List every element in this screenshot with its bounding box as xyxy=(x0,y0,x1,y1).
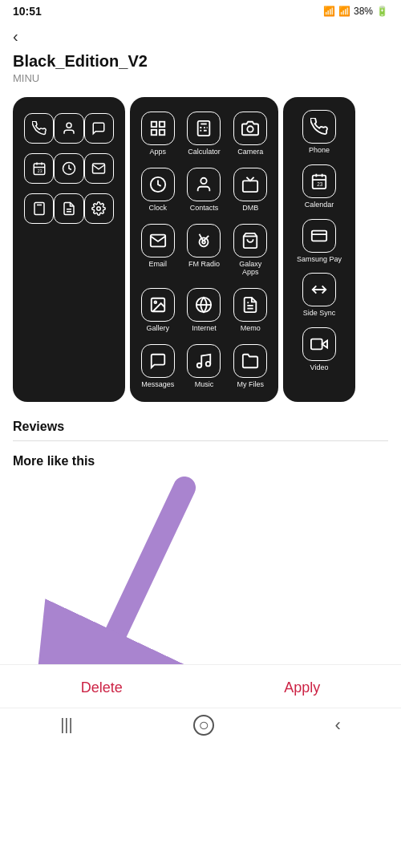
delete-button[interactable]: Delete xyxy=(55,676,148,700)
nav-home-icon[interactable]: ○ xyxy=(193,715,214,736)
battery-text: 38% xyxy=(354,6,373,17)
app-item-memo: Memo xyxy=(229,283,272,336)
app-item-music: Music xyxy=(183,339,226,392)
svg-rect-55 xyxy=(311,339,322,350)
app-icon-calculator xyxy=(187,112,221,145)
app-icon-apps xyxy=(141,112,175,145)
back-button[interactable]: ‹ xyxy=(13,27,18,46)
svg-line-57 xyxy=(116,488,184,632)
svg-point-0 xyxy=(67,123,71,128)
app-item-dmb: DMB xyxy=(229,163,272,216)
arrow-area xyxy=(0,472,401,664)
app-icon-galaxyapps xyxy=(233,224,267,258)
app-label-sidesync: Side Sync xyxy=(303,309,336,318)
nav-back-icon[interactable]: ‹ xyxy=(334,715,340,736)
app-label-dmb: DMB xyxy=(242,204,258,213)
svg-text:23: 23 xyxy=(317,181,323,187)
app-icon-contacts xyxy=(187,168,221,201)
app-icon-calendar-r: 23 xyxy=(302,164,336,198)
svg-rect-19 xyxy=(160,122,164,127)
svg-marker-54 xyxy=(322,341,327,348)
app-icon-messages xyxy=(141,344,175,378)
app-icon-internet xyxy=(187,288,221,322)
app-label-camera: Camera xyxy=(237,148,263,156)
app-icon-samsungpay xyxy=(302,219,336,253)
nav-menu-icon[interactable]: ||| xyxy=(60,716,73,734)
app-icon-music xyxy=(187,344,221,378)
app-label-contacts: Contacts xyxy=(190,204,219,213)
svg-rect-51 xyxy=(312,230,326,241)
app-icon-dmb xyxy=(233,168,267,201)
bottom-bar: Delete Apply ||| ○ ‹ xyxy=(0,664,401,745)
svg-point-45 xyxy=(206,362,211,367)
svg-point-36 xyxy=(203,241,206,244)
app-label-galaxyapps: Galaxy Apps xyxy=(230,260,270,278)
icon-notes xyxy=(54,193,83,224)
apply-button[interactable]: Apply xyxy=(258,676,346,700)
app-item-contacts: Contacts xyxy=(183,163,226,216)
app-icon-email xyxy=(141,224,175,258)
svg-point-39 xyxy=(154,302,156,304)
app-label-clock: Clock xyxy=(149,204,168,213)
preview-area: 23 xyxy=(0,87,401,412)
reviews-section: Reviews xyxy=(0,412,401,446)
app-label-fmradio: FM Radio xyxy=(188,260,220,269)
app-label-memo: Memo xyxy=(241,324,261,333)
app-label-internet: Internet xyxy=(192,324,217,333)
svg-rect-18 xyxy=(152,122,156,127)
app-icon-myfiles xyxy=(233,344,267,378)
app-label-gallery: Gallery xyxy=(147,324,170,333)
app-item-apps: Apps xyxy=(136,107,180,160)
app-icon-gallery xyxy=(141,288,175,322)
app-label-samsungpay: Samsung Pay xyxy=(297,255,342,264)
nav-bar: ||| ○ ‹ xyxy=(0,708,401,745)
app-icon-fmradio xyxy=(187,224,221,258)
app-item-internet: Internet xyxy=(183,283,226,336)
more-like-title: More like this xyxy=(0,446,401,472)
app-label-calculator: Calculator xyxy=(188,148,221,156)
app-item-sidesync: Side Sync xyxy=(288,270,350,321)
battery-icon: 🔋 xyxy=(376,6,388,17)
svg-point-35 xyxy=(200,237,209,246)
app-item-phone: Phone xyxy=(288,107,350,158)
theme-author: MINU xyxy=(13,72,388,84)
status-icons: 📶 📶 38% 🔋 xyxy=(323,6,388,17)
icon-row-3 xyxy=(24,193,114,224)
app-icon-camera xyxy=(233,112,267,145)
app-item-calendar-r: 23 Calendar xyxy=(288,161,350,213)
app-grid-right: Phone 23 Calendar Samsung Pay Side Sync xyxy=(288,107,350,375)
app-label-video: Video xyxy=(310,363,329,372)
icon-phone xyxy=(24,113,54,144)
action-row: Delete Apply xyxy=(0,665,401,708)
icon-calculator xyxy=(24,193,54,224)
arrow-svg xyxy=(0,472,401,664)
app-item-gallery: Gallery xyxy=(136,283,180,336)
app-icon-memo xyxy=(233,288,267,322)
app-label-music: Music xyxy=(195,380,214,389)
app-item-myfiles: My Files xyxy=(229,339,272,392)
app-item-clock: Clock xyxy=(136,163,180,216)
app-label-calendar-r: Calendar xyxy=(305,201,334,209)
icon-email xyxy=(84,153,114,184)
app-item-galaxyapps: Galaxy Apps xyxy=(229,219,272,281)
svg-point-44 xyxy=(197,363,202,368)
signal-icon: 📶 xyxy=(338,6,350,17)
app-item-calculator: Calculator xyxy=(183,107,226,160)
phone-mock-right: Phone 23 Calendar Samsung Pay Side Sync xyxy=(283,97,355,402)
svg-point-17 xyxy=(97,207,101,211)
wifi-icon: 📶 xyxy=(323,6,335,17)
app-label-myfiles: My Files xyxy=(237,380,264,389)
app-item-samsungpay: Samsung Pay xyxy=(288,216,350,267)
app-icon-video xyxy=(302,327,336,361)
phone-mock-center: Apps Calculator Camera xyxy=(130,97,278,402)
icon-settings xyxy=(84,193,114,224)
icon-messages xyxy=(84,113,114,144)
app-icon-sidesync xyxy=(302,273,336,306)
icon-contacts xyxy=(54,113,83,144)
svg-rect-20 xyxy=(152,130,156,135)
svg-text:23: 23 xyxy=(37,168,42,173)
app-item-camera: Camera xyxy=(229,107,272,160)
svg-rect-34 xyxy=(243,180,257,192)
icon-calendar: 23 xyxy=(24,153,54,184)
theme-title: Black_Edition_V2 xyxy=(13,52,388,71)
